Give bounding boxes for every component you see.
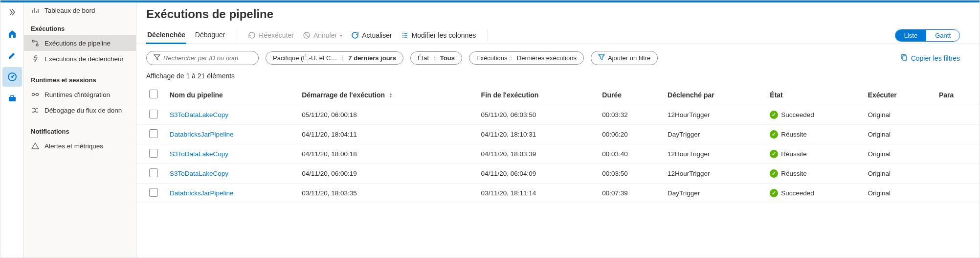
refresh-button[interactable]: Actualiser	[351, 31, 392, 39]
sidebar-item-dashboards[interactable]: Tableaux de bord	[24, 2, 136, 18]
cell-params	[933, 105, 980, 125]
tab-debug[interactable]: Déboguer	[194, 27, 226, 44]
search-filter[interactable]	[146, 51, 259, 65]
add-filter-button[interactable]: Ajouter un filtre	[591, 51, 658, 65]
runtime-icon	[31, 90, 40, 99]
cancel-icon	[303, 31, 311, 39]
sidebar-item-alerts[interactable]: Alertes et métriques	[24, 138, 136, 154]
button-label: Modifier les colonnes	[412, 31, 476, 39]
sidebar: Tableaux de bord Exécutions Exécutions d…	[24, 0, 136, 258]
sidebar-item-pipeline-runs[interactable]: Exécutions de pipeline	[24, 35, 136, 51]
cell-run: Original	[862, 144, 933, 164]
table-row: S3ToDataLakeCopy05/11/20, 06:00:1805/11/…	[136, 105, 980, 125]
sidebar-item-integration-runtimes[interactable]: Runtimes d'intégration	[24, 87, 136, 102]
col-status[interactable]: État	[764, 85, 862, 105]
col-pipeline-name[interactable]: Nom du pipeline	[164, 85, 296, 105]
rail-home[interactable]	[2, 24, 22, 44]
col-params[interactable]: Para	[933, 85, 980, 105]
row-checkbox[interactable]	[149, 188, 158, 197]
home-icon	[7, 29, 17, 39]
pipeline-link[interactable]: DatabricksJarPipeline	[170, 131, 234, 138]
sidebar-header-executions: Exécutions	[24, 21, 136, 35]
filter-value: Tous	[440, 54, 455, 62]
cell-end: 04/11/20, 18:10:31	[475, 125, 597, 144]
edit-columns-button[interactable]: Modifier les colonnes	[401, 31, 476, 39]
view-list[interactable]: Liste	[895, 30, 926, 41]
results-count: Affichage de 1 à 21 éléments	[136, 70, 980, 85]
col-run-start[interactable]: Démarrage de l'exécution ▲▼	[296, 85, 475, 105]
search-input[interactable]	[163, 54, 251, 62]
filter-label: Exécutions	[476, 54, 508, 62]
cell-duration: 00:03:40	[596, 144, 662, 164]
rail-monitor[interactable]	[2, 67, 22, 87]
timezone-filter[interactable]: Pacifique (É.-U. et C… : 7 derniers jour…	[266, 51, 403, 65]
cell-trigger: DayTrigger	[662, 125, 764, 144]
svg-point-5	[32, 94, 35, 96]
rail-manage[interactable]	[2, 89, 22, 108]
separator	[237, 29, 237, 41]
button-label: Ajouter un filtre	[608, 54, 650, 62]
cell-end: 05/11/20, 06:03:50	[475, 105, 597, 125]
cell-start: 05/11/20, 06:00:18	[296, 105, 475, 125]
table-row: DatabricksJarPipeline03/11/20, 18:03:350…	[136, 184, 980, 203]
rail-author[interactable]	[2, 46, 22, 65]
pipeline-link[interactable]: S3ToDataLakeCopy	[170, 170, 228, 177]
status-filter[interactable]: État : Tous	[410, 51, 462, 65]
col-triggered-by[interactable]: Déclenché par	[662, 85, 764, 105]
cell-trigger: 12HourTrigger	[662, 164, 764, 184]
row-checkbox[interactable]	[149, 149, 158, 158]
cell-end: 04/11/20, 06:04:09	[475, 164, 597, 184]
col-run-end[interactable]: Fin de l'exécution	[475, 85, 597, 105]
sidebar-item-dataflow-debug[interactable]: Débogage du flux de donn	[24, 102, 136, 118]
copy-filters-button[interactable]: Copier les filtres	[900, 53, 970, 63]
cell-start: 04/11/20, 18:04:11	[296, 125, 475, 144]
svg-point-1	[11, 76, 13, 78]
view-gantt[interactable]: Gantt	[926, 30, 959, 41]
cell-start: 03/11/20, 18:03:35	[296, 184, 475, 203]
pipeline-link[interactable]: S3ToDataLakeCopy	[170, 111, 228, 118]
main-content: Exécutions de pipeline Déclenchée Débogu…	[136, 0, 980, 258]
button-label: Annuler	[313, 31, 337, 39]
filter-value: 7 derniers jours	[348, 54, 396, 62]
toolbox-icon	[7, 94, 17, 103]
success-icon: ✓	[770, 111, 778, 119]
sidebar-item-label: Exécutions de pipeline	[45, 40, 111, 47]
sidebar-item-label: Débogage du flux de donn	[45, 107, 122, 114]
button-label: Actualiser	[362, 31, 392, 39]
svg-point-3	[32, 40, 34, 42]
cell-end: 04/11/20, 18:03:39	[475, 144, 597, 164]
svg-point-6	[36, 94, 39, 96]
runs-filter[interactable]: Exécutions : Dernières exécutions	[469, 51, 584, 65]
sidebar-item-label: Tableaux de bord	[45, 7, 95, 14]
row-checkbox[interactable]	[149, 110, 158, 118]
tab-triggered[interactable]: Déclenchée	[146, 27, 186, 44]
chevron-double-right-icon	[8, 8, 16, 16]
row-checkbox[interactable]	[149, 129, 158, 138]
rail-expand[interactable]	[2, 2, 22, 22]
filter-label: État	[418, 54, 429, 62]
row-checkbox[interactable]	[149, 168, 158, 177]
cell-duration: 00:03:32	[596, 105, 662, 125]
svg-rect-2	[9, 97, 16, 101]
columns-icon	[401, 31, 409, 39]
select-all-checkbox[interactable]	[149, 90, 158, 98]
cell-start: 04/11/20, 06:00:19	[296, 164, 475, 184]
rerun-button[interactable]: Réexécuter	[248, 31, 294, 39]
table-row: S3ToDataLakeCopy04/11/20, 18:00:1804/11/…	[136, 144, 980, 164]
sidebar-item-label: Runtimes d'intégration	[45, 91, 110, 98]
col-run[interactable]: Exécuter	[862, 85, 933, 105]
col-duration[interactable]: Durée	[596, 85, 662, 105]
cell-duration: 00:03:50	[596, 164, 662, 184]
success-icon: ✓	[770, 189, 778, 197]
success-icon: ✓	[770, 150, 778, 158]
sidebar-item-trigger-runs[interactable]: Exécutions de déclencheur	[24, 51, 136, 67]
pipeline-link[interactable]: S3ToDataLakeCopy	[170, 150, 228, 158]
filter-bar: Pacifique (É.-U. et C… : 7 derniers jour…	[136, 44, 980, 70]
pipeline-link[interactable]: DatabricksJarPipeline	[170, 189, 234, 197]
cell-trigger: 12HourTrigger	[662, 105, 764, 125]
button-label: Copier les filtres	[911, 54, 960, 62]
cancel-button[interactable]: Annuler ▾	[303, 31, 342, 39]
table-row: S3ToDataLakeCopy04/11/20, 06:00:1904/11/…	[136, 164, 980, 184]
col-label: Démarrage de l'exécution	[302, 91, 385, 99]
pencil-icon	[8, 51, 17, 60]
